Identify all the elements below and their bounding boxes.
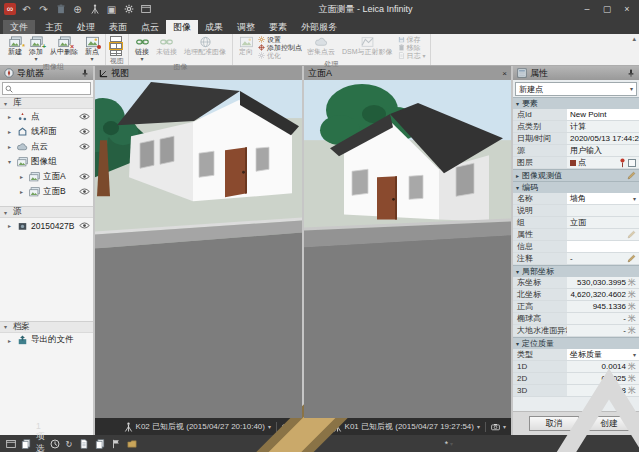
- sidebar-item-points[interactable]: ▸ 点: [0, 109, 93, 124]
- pin-panel-icon[interactable]: [627, 69, 635, 77]
- tab-deliverables[interactable]: 成果: [198, 20, 230, 34]
- eye-icon[interactable]: [79, 222, 90, 229]
- layout-icon[interactable]: [6, 439, 16, 449]
- station-icon[interactable]: [88, 3, 101, 16]
- archive-icon[interactable]: ▣: [105, 3, 118, 16]
- eye-icon[interactable]: [79, 128, 90, 135]
- unlink-button[interactable]: 未链接: [154, 35, 179, 56]
- tab-surfaces[interactable]: 表面: [102, 20, 134, 34]
- expand-icon[interactable]: ▸: [8, 222, 14, 229]
- pages-icon[interactable]: [95, 439, 105, 449]
- expand-icon[interactable]: ▸: [8, 113, 14, 120]
- collapse-icon[interactable]: ▾: [8, 158, 14, 165]
- minimize-button[interactable]: –: [579, 3, 595, 16]
- tab-file[interactable]: 文件: [3, 20, 35, 34]
- section-header-coding[interactable]: ▾ 编码: [513, 181, 639, 193]
- pencil-icon[interactable]: [627, 171, 636, 180]
- layout-two-pane-icon[interactable]: [110, 43, 122, 49]
- eye-icon[interactable]: [79, 113, 90, 120]
- new-image-group-button[interactable]: * 新建: [6, 35, 24, 56]
- point-id-input[interactable]: New Point: [567, 109, 639, 120]
- section-header-quality[interactable]: ▾ 定位质量: [513, 337, 639, 349]
- pencil-icon[interactable]: [627, 230, 636, 239]
- remove-images-button[interactable]: × 从中删除: [48, 35, 80, 56]
- tab-services[interactable]: 外部服务: [294, 20, 344, 34]
- remove-button[interactable]: 移除: [398, 44, 426, 51]
- refresh-icon[interactable]: ↻: [66, 439, 73, 449]
- section-header-image-observations[interactable]: ▸ 图像观测值: [513, 169, 639, 181]
- undo-icon[interactable]: ↶: [20, 3, 33, 16]
- eye-icon[interactable]: [79, 143, 90, 150]
- layout-four-pane-icon[interactable]: [110, 50, 122, 56]
- navigator-search-input[interactable]: [15, 84, 88, 93]
- close-view-icon[interactable]: ×: [502, 69, 507, 78]
- settings-button[interactable]: 设置: [258, 36, 302, 43]
- optimize-button[interactable]: 优化: [258, 52, 302, 59]
- sidebar-item-source-job[interactable]: ▸ 20150427B: [0, 218, 93, 233]
- redo-icon[interactable]: ↷: [37, 3, 50, 16]
- layout-single-icon[interactable]: [110, 36, 122, 42]
- collapse-ribbon-icon[interactable]: ▴: [632, 35, 636, 43]
- eye-icon[interactable]: [79, 188, 90, 195]
- section-header-sources[interactable]: ▾ 源: [0, 206, 93, 218]
- app-logo-icon[interactable]: ∞: [4, 3, 16, 15]
- orient-button[interactable]: 定向: [237, 35, 255, 56]
- close-button[interactable]: ×: [619, 3, 635, 16]
- section-header-library[interactable]: ▾ 库: [0, 97, 93, 109]
- 3d-viewport-left[interactable]: [95, 80, 302, 418]
- view-pane-header[interactable]: 立面A ×: [304, 66, 511, 80]
- info-input[interactable]: [567, 241, 639, 252]
- tab-imaging[interactable]: 图像: [166, 20, 198, 34]
- tab-adjustments[interactable]: 调整: [230, 20, 262, 34]
- expand-icon[interactable]: ▸: [20, 188, 26, 195]
- sidebar-item-facade-b[interactable]: ▸ 立面B: [0, 184, 93, 199]
- delete-icon[interactable]: [54, 3, 67, 16]
- dsm-ortho-button[interactable]: DSM与正射影像: [340, 35, 395, 56]
- pin-red-icon[interactable]: [619, 158, 626, 168]
- expand-icon[interactable]: ▸: [8, 337, 14, 344]
- quality-type-select[interactable]: 坐标质量 ▾: [567, 349, 639, 360]
- dense-cloud-button[interactable]: 密集点云: [305, 35, 337, 56]
- eye-icon[interactable]: [79, 173, 90, 180]
- sidebar-item-pointclouds[interactable]: ▸ 点云: [0, 139, 93, 154]
- link-button[interactable]: 链接 ▾: [133, 35, 151, 62]
- sidebar-item-lines[interactable]: ▸ 线和面: [0, 124, 93, 139]
- target-icon[interactable]: ⊕: [71, 3, 84, 16]
- new-point-button[interactable]: 新点 ▾: [83, 35, 101, 62]
- tab-home[interactable]: 主页: [38, 20, 70, 34]
- window-title: 立面测量 - Leica Infinity: [156, 3, 575, 16]
- expand-icon[interactable]: ▸: [20, 173, 26, 180]
- pencil-icon[interactable]: [627, 254, 636, 263]
- 3d-viewport-right[interactable]: [304, 80, 511, 418]
- sidebar-item-image-groups[interactable]: ▾ 图像组: [0, 154, 93, 169]
- flag-icon[interactable]: [111, 439, 121, 449]
- section-header-archive[interactable]: ▾ 档案: [0, 321, 93, 333]
- layer-box-icon[interactable]: [628, 159, 636, 167]
- sidebar-item-exported-files[interactable]: ▸ 导出的文件: [0, 333, 93, 348]
- tab-features[interactable]: 要素: [262, 20, 294, 34]
- expand-icon[interactable]: ▸: [8, 128, 14, 135]
- list-icon[interactable]: [79, 439, 89, 449]
- tab-pointclouds[interactable]: 点云: [134, 20, 166, 34]
- log-button[interactable]: 日志 ▾: [398, 52, 426, 59]
- sidebar-item-facade-a[interactable]: ▸ 立面A: [0, 169, 93, 184]
- layer-value[interactable]: 点: [567, 157, 639, 168]
- window-icon[interactable]: [139, 3, 152, 16]
- settings-quick-icon[interactable]: [122, 3, 135, 16]
- section-header-local-coordinates[interactable]: ▾ 局部坐标: [513, 265, 639, 277]
- add-control-point-button[interactable]: 添加控制点: [258, 44, 302, 51]
- save-button[interactable]: 保存: [398, 36, 426, 43]
- section-header-essentials[interactable]: ▾ 要素: [513, 97, 639, 109]
- add-images-button[interactable]: + 添加 ▾: [27, 35, 45, 62]
- document-icon[interactable]: [21, 439, 31, 449]
- property-type-select[interactable]: 新建点 ▾: [515, 82, 637, 96]
- maximize-button[interactable]: ▢: [599, 3, 615, 16]
- group-label: 处理: [237, 59, 426, 68]
- folder-icon[interactable]: [127, 439, 137, 449]
- code-name-select[interactable]: 墙角 ▾: [567, 193, 639, 204]
- expand-icon[interactable]: ▸: [8, 143, 14, 150]
- chevron-down-icon: ▾: [450, 441, 453, 447]
- tab-processing[interactable]: 处理: [70, 20, 102, 34]
- clock-icon[interactable]: [50, 439, 60, 449]
- georeference-button[interactable]: 地理配准图像: [182, 35, 228, 56]
